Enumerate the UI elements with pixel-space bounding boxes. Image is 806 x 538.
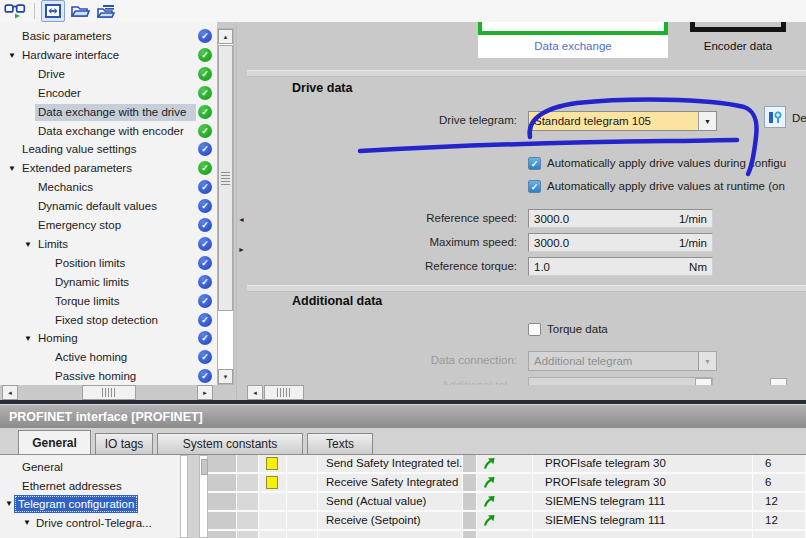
- inspector-nav-drive-control-telegra-[interactable]: ▼Drive control-Telegra...: [0, 514, 180, 532]
- tab-system-constants[interactable]: System constants: [157, 433, 303, 454]
- nav-scrollbar-track[interactable]: [180, 455, 188, 538]
- folder-contents-glyph: [97, 4, 116, 18]
- configuration-workspace: Basic parameters✓▼Hardware interface✓Dri…: [0, 22, 806, 400]
- table-cell: [463, 474, 477, 493]
- table-cell: [463, 493, 477, 512]
- table-cell: [259, 531, 287, 538]
- expand-arrow-icon[interactable]: ▼: [23, 514, 31, 532]
- tree-item-data-exchange-with-encoder[interactable]: Data exchange with encoder✓: [0, 122, 217, 141]
- status-green-check-icon: ✓: [198, 67, 212, 81]
- collapse-left-icon[interactable]: ◄: [238, 216, 245, 223]
- telegram-name-cell: Receive Safety Integrated ..: [318, 474, 463, 493]
- tree-item-encoder[interactable]: Encoder✓: [0, 84, 217, 103]
- table-row[interactable]: Send Safety Integrated tel..PROFIsafe te…: [208, 455, 806, 474]
- scroll-left-arrow[interactable]: ◄: [247, 385, 263, 400]
- tree-item-label: Homing: [38, 329, 78, 348]
- value-field[interactable]: 3000.01/min: [528, 209, 713, 228]
- diagram-block-encoder-data-label[interactable]: Encoder data: [684, 40, 792, 52]
- field-unit: 1/min: [679, 237, 707, 249]
- inspector-nav-general[interactable]: General: [0, 458, 180, 476]
- scroll-left-arrow[interactable]: ◄: [2, 385, 18, 400]
- table-cell: [287, 455, 318, 474]
- thumb-grip: [221, 171, 230, 185]
- nav-item-label: Telegram configuration: [14, 495, 138, 513]
- scroll-right-arrow[interactable]: ►: [197, 385, 213, 400]
- tree-scroll-thumb[interactable]: [218, 45, 233, 311]
- device-configuration-button[interactable]: [764, 106, 786, 128]
- tree-item-hardware-interface[interactable]: ▼Hardware interface✓: [0, 46, 217, 65]
- tree-item-emergency-stop[interactable]: Emergency stop✓: [0, 216, 217, 235]
- table-row[interactable]: Receive Safety Integrated ..PROFIsafe te…: [208, 474, 806, 493]
- expand-arrow-icon[interactable]: ▼: [5, 495, 13, 513]
- tree-item-label: Encoder: [38, 84, 81, 103]
- tree-item-fixed-stop-detection[interactable]: Fixed stop detection✓: [0, 311, 217, 330]
- table-scroll-thumb[interactable]: [201, 459, 208, 475]
- table-cell: [287, 474, 318, 493]
- tree-horizontal-scrollbar[interactable]: ◄ ►: [2, 385, 213, 400]
- auto-apply-checkbox[interactable]: ✓: [528, 157, 541, 170]
- diagram-block-encoder-data[interactable]: [690, 22, 786, 32]
- auto-apply-checkbox[interactable]: ✓: [528, 180, 541, 193]
- data-connection-dropdown[interactable]: Additional telegram ▼: [528, 351, 717, 371]
- expand-arrow-icon[interactable]: ▼: [24, 329, 32, 348]
- tree-item-basic-parameters[interactable]: Basic parameters✓: [0, 27, 217, 46]
- tree-item-dynamic-limits[interactable]: Dynamic limits✓: [0, 273, 217, 292]
- content-hscroll-thumb[interactable]: [264, 385, 304, 400]
- tree-hscroll-thumb[interactable]: [82, 385, 136, 400]
- expand-arrow-icon[interactable]: ▼: [8, 46, 16, 65]
- value-field[interactable]: 1.0Nm: [528, 257, 713, 276]
- checkbox-label: Automatically apply drive values during …: [547, 157, 786, 169]
- diagram-block-data-exchange[interactable]: [478, 22, 668, 35]
- field-label: Maximum speed:: [247, 236, 517, 248]
- monitoring-glasses-icon[interactable]: [4, 1, 26, 21]
- tab-io-tags[interactable]: IO tags: [95, 433, 153, 454]
- table-row[interactable]: Send (Actual value)SIEMENS telegram 1111…: [208, 493, 806, 512]
- tree-item-homing[interactable]: ▼Homing✓: [0, 329, 217, 348]
- function-toolbar: [0, 0, 806, 23]
- device-link-text[interactable]: De: [792, 112, 806, 124]
- content-horizontal-scrollbar[interactable]: ◄: [247, 385, 806, 400]
- table-row[interactable]: Receive (Setpoint)SIEMENS telegram 11112: [208, 512, 806, 531]
- inspector-nav-telegram-configuration[interactable]: ▼Telegram configuration: [0, 495, 180, 513]
- tree-item-label: Dynamic default values: [38, 197, 157, 216]
- open-folder-icon[interactable]: [69, 1, 91, 21]
- status-green-check-icon: ✓: [198, 86, 212, 100]
- chevron-down-icon[interactable]: ▼: [698, 112, 716, 130]
- tree-item-position-limits[interactable]: Position limits✓: [0, 254, 217, 273]
- tree-item-mechanics[interactable]: Mechanics✓: [0, 178, 217, 197]
- inspector-nav-ethernet-addresses[interactable]: Ethernet addresses: [0, 477, 180, 495]
- torque-data-checkbox[interactable]: [528, 323, 541, 336]
- tree-item-data-exchange-with-the-drive[interactable]: Data exchange with the drive✓: [0, 103, 217, 122]
- value-field[interactable]: 3000.01/min: [528, 233, 713, 252]
- folder-contents-icon[interactable]: [95, 1, 117, 21]
- status-blue-check-icon: ✓: [198, 313, 212, 327]
- tree-item-label: Position limits: [55, 254, 125, 273]
- status-green-check-icon: ✓: [198, 48, 212, 62]
- table-scrollbar-track[interactable]: [199, 455, 208, 538]
- tab-texts[interactable]: Texts: [307, 433, 373, 454]
- tree-item-dynamic-default-values[interactable]: Dynamic default values✓: [0, 197, 217, 216]
- tree-item-label: Passive homing: [55, 367, 136, 385]
- tab-general[interactable]: General: [18, 430, 91, 454]
- expand-arrow-icon[interactable]: ▼: [24, 235, 32, 254]
- tree-item-drive[interactable]: Drive✓: [0, 65, 217, 84]
- drive-telegram-dropdown[interactable]: Standard telegram 105 ▼: [528, 111, 717, 131]
- tree-item-extended-parameters[interactable]: ▼Extended parameters✓: [0, 159, 217, 178]
- nav-item-label: Ethernet addresses: [22, 477, 122, 495]
- tree-item-limits[interactable]: ▼Limits✓: [0, 235, 217, 254]
- tree-item-passive-homing[interactable]: Passive homing✓: [0, 367, 217, 385]
- split-editor-icon[interactable]: [41, 0, 65, 22]
- tree-vertical-scrollbar[interactable]: ▲ ▼: [217, 28, 234, 385]
- panel-splitter[interactable]: ◄ ►: [236, 22, 247, 400]
- device-tools-icon: [768, 110, 782, 125]
- scroll-up-arrow[interactable]: ▲: [218, 29, 233, 44]
- tree-item-active-homing[interactable]: Active homing✓: [0, 348, 217, 367]
- tree-item-torque-limits[interactable]: Torque limits✓: [0, 292, 217, 311]
- status-blue-check-icon: ✓: [198, 237, 212, 251]
- scroll-down-arrow[interactable]: ▼: [218, 369, 233, 384]
- expand-right-icon[interactable]: ►: [238, 246, 245, 253]
- diagram-block-data-exchange-label[interactable]: Data exchange: [478, 35, 668, 58]
- field-unit: Nm: [689, 261, 707, 273]
- tree-item-leading-value-settings[interactable]: Leading value settings✓: [0, 140, 217, 159]
- expand-arrow-icon[interactable]: ▼: [8, 159, 16, 178]
